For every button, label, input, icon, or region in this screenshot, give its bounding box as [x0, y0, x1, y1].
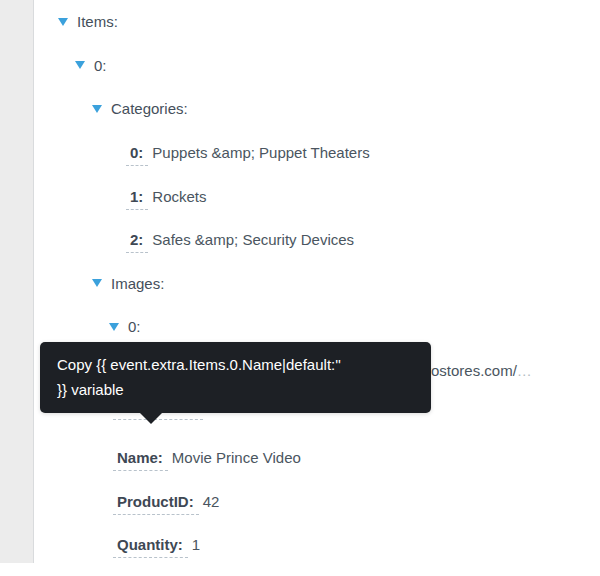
collapse-arrow-icon[interactable]: [58, 18, 68, 26]
tree-key[interactable]: 2:: [130, 231, 143, 248]
copy-variable-tooltip: Copy {{ event.extra.Items.0.Name|default…: [40, 342, 431, 413]
tooltip-line-2: }} variable: [57, 378, 431, 403]
tree-node-label[interactable]: Images:: [111, 275, 164, 292]
url-visible-fragment: rostores.com/: [426, 362, 517, 379]
tree-leaf-name: Name: Movie Prince Video: [0, 436, 600, 480]
collapse-arrow-icon[interactable]: [92, 279, 102, 287]
tree-node-label[interactable]: 0:: [128, 318, 141, 335]
tree-key[interactable]: Name:: [117, 449, 163, 466]
tree-value: Movie Prince Video: [172, 449, 301, 466]
collapse-arrow-icon[interactable]: [109, 323, 119, 331]
tree-node-images[interactable]: Images:: [0, 262, 600, 306]
event-data-tree: Items: 0: Categories: 0: Puppets &amp; P…: [0, 0, 600, 567]
tree-key[interactable]: Quantity:: [117, 536, 183, 553]
tree-node-label[interactable]: Categories:: [111, 100, 188, 117]
tree-leaf-quantity: Quantity: 1: [0, 523, 600, 567]
tree-leaf-category-2: 2: Safes &amp; Security Devices: [0, 218, 600, 262]
tree-value: Puppets &amp; Puppet Theaters: [152, 144, 369, 161]
event-data-tree-panel: Items: 0: Categories: 0: Puppets &amp; P…: [0, 0, 600, 576]
tree-node-categories[interactable]: Categories:: [0, 87, 600, 131]
tooltip-line-1: Copy {{ event.extra.Items.0.Name|default…: [57, 353, 431, 378]
tree-value: Rockets: [152, 188, 206, 205]
truncation-ellipsis: …: [517, 362, 532, 379]
tree-key[interactable]: ProductID:: [117, 493, 194, 510]
collapse-arrow-icon[interactable]: [75, 61, 85, 69]
tree-node-items-0[interactable]: 0:: [0, 44, 600, 88]
tree-node-label[interactable]: 0:: [94, 57, 107, 74]
truncated-url-value: rostores.com/…: [426, 362, 532, 379]
tree-value: 1: [192, 536, 200, 553]
tree-leaf-category-0: 0: Puppets &amp; Puppet Theaters: [0, 131, 600, 175]
tree-leaf-productid: ProductID: 42: [0, 480, 600, 524]
tree-value: Safes &amp; Security Devices: [152, 231, 354, 248]
tree-node-label[interactable]: Items:: [77, 13, 118, 30]
tree-key[interactable]: 1:: [130, 188, 143, 205]
tooltip-arrow-icon: [139, 412, 163, 424]
tree-key[interactable]: 0:: [130, 144, 143, 161]
tree-leaf-category-1: 1: Rockets: [0, 174, 600, 218]
tree-node-items[interactable]: Items:: [0, 0, 600, 44]
tree-value: 42: [203, 493, 220, 510]
collapse-arrow-icon[interactable]: [92, 105, 102, 113]
